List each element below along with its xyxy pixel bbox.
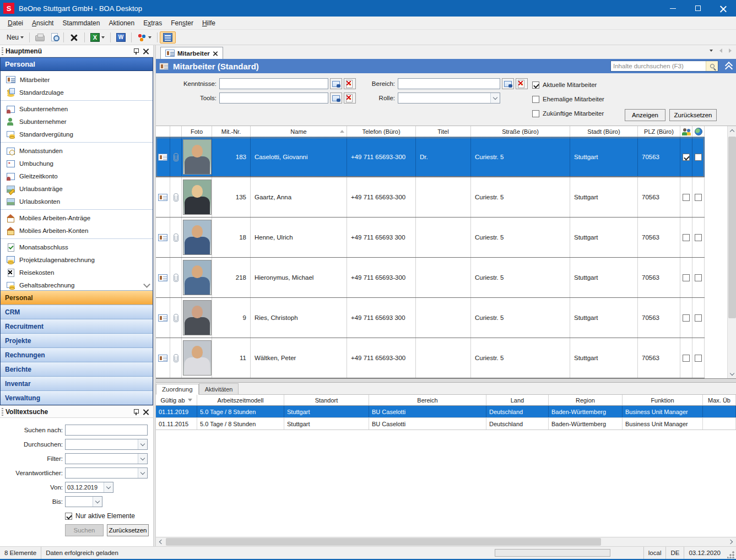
- bereich-input[interactable]: [398, 78, 500, 89]
- pin-icon[interactable]: [133, 409, 139, 415]
- menu-aktionen[interactable]: Aktionen: [104, 18, 139, 29]
- cell-group-flag[interactable]: [680, 298, 692, 338]
- assignment-row[interactable]: 01.11.2019 5.0 Tage / 8 Stunden Stuttgar…: [156, 406, 736, 418]
- group-checkbox[interactable]: [683, 194, 690, 201]
- sidebar-item-gehaltsabrechnung[interactable]: Gehaltsabrechnung: [1, 279, 153, 290]
- section-personal[interactable]: Personal: [1, 290, 153, 305]
- sidebar-item-urlaubsantraege[interactable]: Urlaubsanträge: [1, 182, 153, 195]
- assignment-row[interactable]: 01.11.2015 5.0 Tage / 8 Stunden Stuttgar…: [156, 418, 736, 430]
- close-tab-icon[interactable]: [213, 51, 218, 56]
- cell-globe-flag[interactable]: [692, 137, 705, 177]
- sidebar-item-mitarbeiter[interactable]: Mitarbeiter: [1, 73, 153, 86]
- row-attachment-cell[interactable]: [170, 298, 182, 338]
- word-export-button[interactable]: W: [113, 31, 129, 44]
- new-button[interactable]: Neu: [3, 31, 27, 44]
- anzeigen-button[interactable]: Anzeigen: [625, 109, 665, 121]
- toggle-panel-button[interactable]: [160, 31, 176, 44]
- row-attachment-cell[interactable]: [170, 218, 182, 257]
- menu-stammdaten[interactable]: Stammdaten: [58, 18, 104, 29]
- sidebar-item-monatsstunden[interactable]: Monatsstunden: [1, 144, 153, 157]
- sidebar-item-mobiles-arbeiten-antraege[interactable]: Mobiles Arbeiten-Anträge: [1, 211, 153, 224]
- menu-fenster[interactable]: Fenster: [166, 18, 198, 29]
- cell-globe-flag[interactable]: [692, 258, 705, 297]
- rolle-select[interactable]: [398, 93, 500, 104]
- sidebar-item-standardzulage[interactable]: Standardzulage: [1, 86, 153, 99]
- fulltext-reset-button[interactable]: Zurücksetzen: [107, 524, 149, 536]
- maximize-button[interactable]: [685, 0, 711, 17]
- content-searchbox[interactable]: [610, 61, 718, 72]
- section-rechnungen[interactable]: Rechnungen: [1, 347, 153, 362]
- scroll-down-icon[interactable]: [144, 282, 149, 287]
- panel-splitter[interactable]: [156, 378, 736, 383]
- close-button[interactable]: [711, 0, 736, 17]
- section-crm[interactable]: CRM: [1, 305, 153, 319]
- responsible-select[interactable]: [65, 467, 148, 479]
- cell-group-flag[interactable]: [680, 177, 692, 217]
- close-panel-icon[interactable]: [143, 48, 149, 54]
- sidebar-item-mobiles-arbeiten-konten[interactable]: Mobiles Arbeiten-Konten: [1, 224, 153, 237]
- sidebar-item-urlaubskonten[interactable]: Urlaubskonten: [1, 195, 153, 208]
- column-group[interactable]: [680, 126, 692, 137]
- aktuelle-mitarbeiter-checkbox[interactable]: [532, 81, 539, 89]
- globe-checkbox[interactable]: [695, 314, 702, 322]
- delete-button[interactable]: [66, 31, 82, 44]
- excel-export-button[interactable]: X: [87, 31, 108, 44]
- tab-mitarbeiter[interactable]: Mitarbeiter: [160, 47, 223, 59]
- sidebar-item-reisekosten[interactable]: Reisekosten: [1, 266, 153, 279]
- to-date-picker[interactable]: [65, 496, 102, 507]
- column-mitnr[interactable]: Mit.-Nr.: [212, 126, 251, 137]
- menu-extras[interactable]: Extras: [139, 18, 166, 29]
- table-row[interactable]: 11 Wältken, Peter +49 711 65693-300 Curi…: [156, 338, 705, 378]
- column-strasse[interactable]: Straße (Büro): [471, 126, 570, 137]
- scroll-down-button[interactable]: [728, 369, 736, 378]
- chevron-down-icon[interactable]: [138, 439, 147, 449]
- tab-aktivitaeten[interactable]: Aktivitäten: [199, 383, 239, 394]
- content-search-input[interactable]: [611, 63, 706, 69]
- tools-clear-button[interactable]: [344, 93, 356, 104]
- table-row[interactable]: 218 Hieronymus, Michael +49 711 65693-30…: [156, 258, 705, 298]
- cell-globe-flag[interactable]: [692, 338, 705, 378]
- section-projekte[interactable]: Projekte: [1, 333, 153, 347]
- section-berichte[interactable]: Berichte: [1, 362, 153, 376]
- group-checkbox[interactable]: [683, 154, 690, 161]
- kenntnisse-clear-button[interactable]: [344, 78, 356, 89]
- scrollbar-thumb[interactable]: [728, 137, 736, 318]
- minimize-button[interactable]: [660, 0, 685, 17]
- scrollbar-thumb[interactable]: [166, 538, 601, 546]
- column-name[interactable]: Name: [251, 126, 347, 137]
- column-funktion[interactable]: Funktion: [623, 395, 703, 405]
- cell-group-flag[interactable]: [680, 258, 692, 297]
- sidebar-item-subunternehmer[interactable]: Subunternehmer: [1, 115, 153, 128]
- scroll-up-button[interactable]: [728, 126, 736, 135]
- sidebar-item-standardverguetung[interactable]: Standardvergütung: [1, 128, 153, 140]
- cell-globe-flag[interactable]: [692, 298, 705, 338]
- from-date-picker[interactable]: 03.12.2019: [65, 482, 113, 493]
- column-region[interactable]: Region: [549, 395, 623, 405]
- menu-datei[interactable]: Datei: [3, 18, 28, 29]
- print-preview-button[interactable]: [48, 31, 61, 44]
- bereich-lookup-button[interactable]: [502, 78, 514, 89]
- table-row[interactable]: 183 Caselotti, Giovanni +49 711 65693-30…: [156, 137, 705, 177]
- group-checkbox[interactable]: [683, 314, 690, 322]
- row-card-cell[interactable]: [156, 258, 170, 297]
- section-inventar[interactable]: Inventar: [1, 376, 153, 390]
- sidebar-item-subunternehmen[interactable]: Subunternehmen: [1, 102, 153, 115]
- row-card-cell[interactable]: [156, 177, 170, 217]
- globe-checkbox[interactable]: [695, 154, 702, 161]
- collapse-filter-icon[interactable]: [725, 62, 733, 70]
- section-recruitment[interactable]: Recruitment: [1, 319, 153, 333]
- horizontal-scrollbar[interactable]: [156, 537, 736, 546]
- close-panel-icon[interactable]: [143, 409, 149, 415]
- cell-group-flag[interactable]: [680, 218, 692, 257]
- bereich-clear-button[interactable]: [516, 78, 528, 89]
- scope-select[interactable]: [65, 439, 148, 450]
- row-card-cell[interactable]: [156, 338, 170, 378]
- group-checkbox[interactable]: [683, 274, 690, 281]
- sidebar-item-umbuchung[interactable]: Umbuchung: [1, 157, 153, 170]
- sidebar-item-gleitzeitkonto[interactable]: Gleitzeitkonto: [1, 170, 153, 182]
- section-verwaltung[interactable]: Verwaltung: [1, 390, 153, 405]
- chevron-down-icon[interactable]: [93, 497, 102, 507]
- column-stadt[interactable]: Stadt (Büro): [570, 126, 638, 137]
- row-attachment-cell[interactable]: [170, 177, 182, 217]
- group-checkbox[interactable]: [683, 234, 690, 241]
